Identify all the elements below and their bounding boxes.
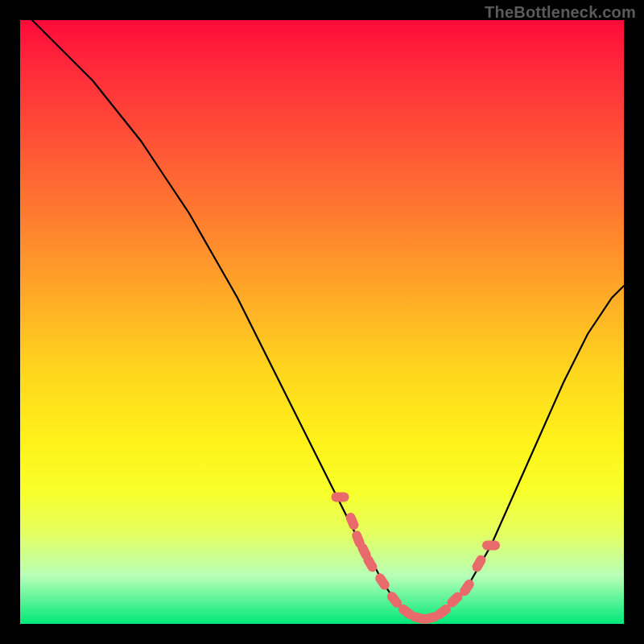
chart-frame: TheBottleneck.com [0,0,644,644]
plot-area [20,20,624,624]
highlight-markers [332,493,501,625]
marker-point [374,572,391,592]
marker-point [332,493,349,502]
watermark-text: TheBottleneck.com [485,3,636,22]
marker-point [482,541,500,551]
bottleneck-curve [20,8,624,618]
chart-svg [20,20,624,624]
